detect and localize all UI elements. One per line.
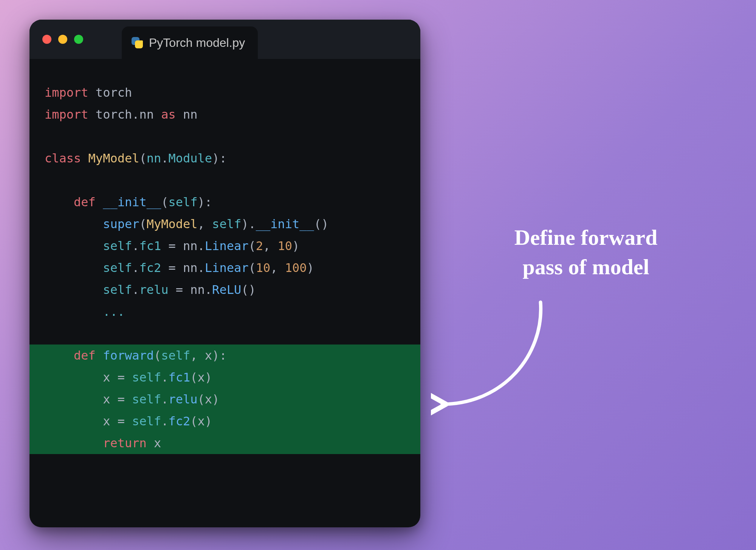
file-tab[interactable]: PyTorch model.py: [122, 26, 258, 59]
annotation-arrow-icon: [431, 291, 559, 423]
annotation-line2: pass of model: [522, 255, 649, 279]
close-icon[interactable]: [42, 35, 51, 44]
annotation-line1: Define forward: [514, 225, 658, 250]
titlebar: PyTorch model.py: [29, 20, 420, 59]
maximize-icon[interactable]: [74, 35, 83, 44]
window-controls: [42, 35, 83, 44]
code-content: import torch import torch.nn as nn class…: [29, 82, 420, 454]
tab-label: PyTorch model.py: [149, 36, 245, 50]
minimize-icon[interactable]: [58, 35, 67, 44]
code-editor-window: PyTorch model.py import torch import tor…: [29, 20, 420, 527]
python-icon: [132, 37, 143, 48]
code-area: import torch import torch.nn as nn class…: [29, 59, 420, 454]
annotation-text: Define forward pass of model: [454, 223, 718, 282]
